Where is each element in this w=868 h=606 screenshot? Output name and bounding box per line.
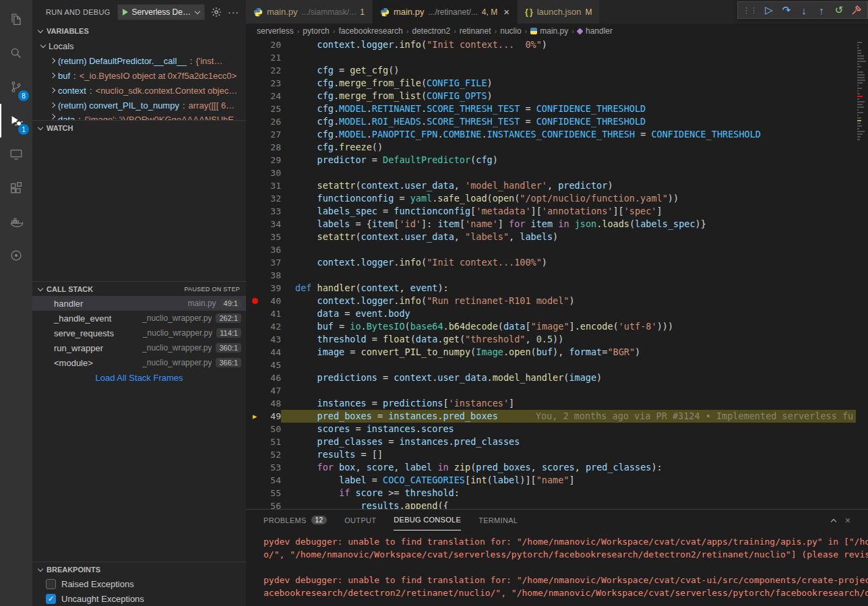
breakpoint-gutter[interactable] [246,166,264,179]
code-text[interactable]: cfg.MODEL.PANOPTIC_FPN.COMBINE.INSTANCES… [281,128,856,141]
code-line[interactable]: 42 buf = io.BytesIO(base64.b64decode(dat… [246,320,856,333]
variable-row[interactable]: context: <nuclio_sdk.context.Context obj… [32,83,246,98]
call-stack-section-header[interactable]: CALL STACK PAUSED ON STEP [32,281,246,296]
breadcrumb-item[interactable]: serverless [257,26,294,36]
code-line[interactable]: 31 setattr(context.user_data, 'model_han… [246,179,856,192]
code-text[interactable] [281,51,856,64]
code-text[interactable]: cfg.MODEL.ROI_HEADS.SCORE_THRESH_TEST = … [281,115,856,128]
code-line[interactable]: 36 [246,243,856,256]
breakpoint-indicator[interactable] [246,295,264,307]
code-line[interactable]: 34 labels = {item['id']: item['name'] fo… [246,218,856,231]
gear-icon[interactable] [211,7,222,18]
breakpoint-gutter[interactable] [246,269,264,282]
explorer-icon[interactable] [0,3,32,36]
breakpoints-section-header[interactable]: BREAKPOINTS [32,562,246,576]
code-line[interactable]: 33 labels_spec = functionconfig['metadat… [246,205,856,218]
breakpoint-row[interactable]: Raised Exceptions [32,576,246,591]
breakpoint-checkbox[interactable] [46,579,56,589]
breakpoint-gutter[interactable] [246,51,264,64]
code-text[interactable]: results = [] [281,448,856,461]
code-text[interactable]: results.append({ [281,499,856,509]
tab-debug-console[interactable]: DEBUG CONSOLE [394,510,461,531]
console-output[interactable]: pydev debugger: unable to find translati… [246,531,868,606]
code-text[interactable]: if score >= threshold: [281,487,856,499]
tab-output[interactable]: OUTPUT [344,510,376,531]
code-text[interactable] [281,269,856,282]
breakpoint-gutter[interactable] [246,320,264,333]
code-text[interactable]: cfg.MODEL.RETINANET.SCORE_THRESH_TEST = … [281,102,856,115]
watch-section-header[interactable]: WATCH [32,120,246,135]
breakpoint-gutter[interactable] [246,256,264,269]
code-line[interactable]: 28 cfg.freeze() [246,141,856,154]
code-line[interactable]: ▶49 pred_boxes = instances.pred_boxesYou… [246,410,856,423]
variable-row[interactable]: (return) DefaultPredictor.__call__: {'in… [32,53,246,68]
breakpoint-gutter[interactable] [246,448,264,461]
step-over-button[interactable]: ↷ [778,2,795,18]
code-line[interactable]: 43 threshold = float(data.get("threshold… [246,333,856,346]
code-text[interactable]: context.logger.info("Run retinanet-R101 … [281,295,856,307]
breadcrumb-item[interactable]: detectron2 [412,26,450,36]
start-debug-icon[interactable] [123,9,128,16]
breakpoint-gutter[interactable] [246,461,264,474]
stack-frame-row[interactable]: serve_requests_nuclio_wrapper.py114:1 [32,326,246,340]
step-out-button[interactable]: ↑ [813,2,830,18]
breakpoint-gutter[interactable] [246,243,264,256]
breakpoint-gutter[interactable] [246,397,264,410]
breakpoint-gutter[interactable]: ▶ [246,410,264,423]
breakpoint-gutter[interactable] [246,333,264,346]
code-line[interactable]: 23 cfg.merge_from_file(CONFIG_FILE) [246,77,856,90]
breakpoint-gutter[interactable] [246,115,264,128]
code-text[interactable]: pred_boxes = instances.pred_boxesYou, 2 … [281,410,856,423]
tab-launch-json[interactable]: { } launch.json M [518,0,600,24]
breadcrumb-item[interactable]: facebookresearch [338,26,402,36]
breadcrumb-item[interactable]: retinanet [460,26,491,36]
breakpoint-gutter[interactable] [246,77,264,90]
code-text[interactable]: cfg.freeze() [281,141,856,154]
code-text[interactable]: label = COCO_CATEGORIES[int(label)]["nam… [281,474,856,487]
run-and-debug-icon[interactable]: 1 [0,104,32,138]
breakpoint-gutter[interactable] [246,307,264,320]
breadcrumb-item[interactable]: nuclio [500,26,521,36]
code-line[interactable]: 38 [246,269,856,282]
code-text[interactable]: context.logger.info("Init context... 0%"… [281,38,856,51]
breakpoint-gutter[interactable] [246,474,264,487]
toolbar-drag-handle[interactable]: ⋮⋮ [740,6,760,15]
breakpoint-gutter[interactable] [246,38,264,51]
variable-row[interactable]: data: {'image': 'iVBORw0KGgoAAAANSUhE… [32,113,246,120]
step-into-button[interactable]: ↓ [795,2,813,18]
code-line[interactable]: 41 data = event.body [246,307,856,320]
remote-explorer-icon[interactable] [0,138,32,171]
breakpoint-gutter[interactable] [246,359,264,371]
code-line[interactable]: 21 [246,51,856,64]
tab-problems[interactable]: PROBLEMS 12 [264,510,327,531]
stack-frame-row[interactable]: <module>_nuclio_wrapper.py366:1 [32,355,246,370]
code-text[interactable] [281,384,856,397]
code-line[interactable]: 55 if score >= threshold: [246,487,856,499]
code-text[interactable]: cfg = get_cfg() [281,64,856,77]
stack-frame-row[interactable]: _handle_event_nuclio_wrapper.py262:1 [32,311,246,326]
code-line[interactable]: 24 cfg.merge_from_list(CONFIG_OPTS) [246,90,856,102]
code-text[interactable]: def handler(context, event): [281,282,856,295]
code-line[interactable]: 39def handler(context, event): [246,282,856,295]
breakpoint-gutter[interactable] [246,231,264,243]
code-line[interactable]: 30 [246,166,856,179]
code-text[interactable] [281,359,856,371]
code-text[interactable] [281,166,856,179]
breakpoint-gutter[interactable] [246,90,264,102]
code-line[interactable]: 50 scores = instances.scores [246,423,856,435]
stack-frame-row[interactable]: handlermain.py49:1 [32,296,246,311]
launch-config-dropdown[interactable]: Serverless Debu [117,4,205,20]
restart-button[interactable]: ↺ [830,2,848,18]
breakpoint-checkbox[interactable]: ✓ [46,594,56,604]
breakpoint-gutter[interactable] [246,435,264,448]
code-line[interactable]: 48 instances = predictions['instances'] [246,397,856,410]
breakpoint-gutter[interactable] [246,282,264,295]
code-line[interactable]: 44 image = convert_PIL_to_numpy(Image.op… [246,346,856,359]
tab-main-py-siammask[interactable]: main.py .../siammask/... 1 [246,0,373,24]
breakpoint-row[interactable]: ✓Uncaught Exceptions [32,591,246,606]
docker-icon[interactable] [0,205,32,239]
code-line[interactable]: 29 predictor = DefaultPredictor(cfg) [246,154,856,166]
code-text[interactable]: data = event.body [281,307,856,320]
breakpoint-gutter[interactable] [246,423,264,435]
load-all-stack-frames-link[interactable]: Load All Stack Frames [32,370,246,385]
